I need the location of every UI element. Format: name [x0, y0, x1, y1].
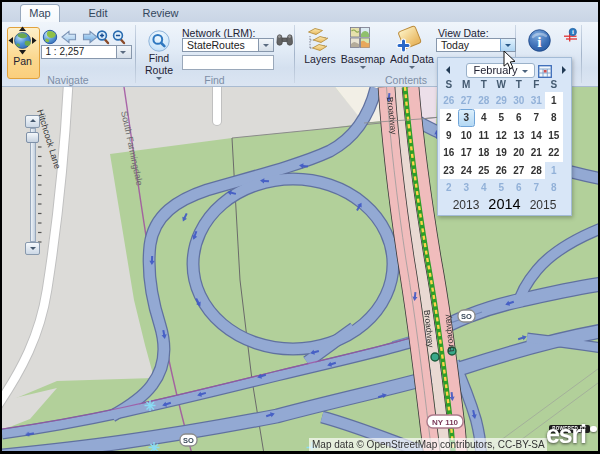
svg-text:SO: SO: [461, 312, 472, 321]
svg-text:NY 110: NY 110: [432, 418, 459, 427]
svg-text:SO: SO: [183, 436, 194, 445]
svg-text:i: i: [572, 28, 574, 35]
svg-text:i: i: [537, 33, 542, 50]
